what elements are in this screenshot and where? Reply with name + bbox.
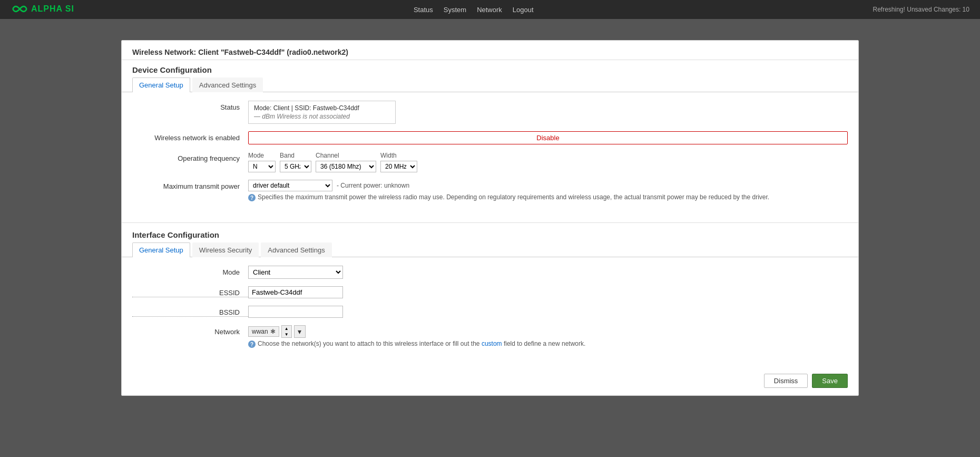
bssid-row: BSSID bbox=[132, 306, 848, 318]
status-mode: Mode: Client | SSID: Fastweb-C34ddf bbox=[254, 104, 390, 112]
bssid-input[interactable] bbox=[248, 306, 343, 318]
network-tag-star: ✱ bbox=[270, 328, 276, 335]
status-label: Status bbox=[132, 101, 248, 111]
network-up-button[interactable]: ▲ bbox=[282, 326, 291, 332]
status-control: Mode: Client | SSID: Fastweb-C34ddf — dB… bbox=[248, 101, 848, 124]
transmit-row: driver default - Current power: unknown bbox=[248, 180, 848, 191]
essid-input[interactable] bbox=[248, 286, 343, 298]
freq-selects: N 5 GHz 36 (5180 Mhz) 20 MHz bbox=[248, 161, 848, 172]
bottom-buttons: Dismiss Save bbox=[764, 374, 848, 388]
save-button[interactable]: Save bbox=[812, 374, 848, 388]
current-power: - Current power: unknown bbox=[337, 182, 409, 189]
transmit-power-control: driver default - Current power: unknown … bbox=[248, 180, 848, 201]
operating-freq-label: Operating frequency bbox=[132, 152, 248, 162]
network-label: Network bbox=[132, 325, 248, 336]
nav-logout[interactable]: Logout bbox=[513, 6, 534, 14]
transmit-power-select[interactable]: driver default bbox=[248, 180, 332, 191]
tab-interface-wireless-security[interactable]: Wireless Security bbox=[192, 242, 259, 257]
network-row: Network wwan ✱ ▲ ▼ ▾ ? Choose t bbox=[132, 325, 848, 348]
wireless-enabled-control: Disable bbox=[248, 131, 848, 144]
disable-button[interactable]: Disable bbox=[248, 131, 848, 144]
mode-select[interactable]: N bbox=[248, 161, 276, 172]
transmit-help-text: Specifies the maximum transmit power the… bbox=[258, 193, 769, 201]
section-divider bbox=[122, 222, 858, 223]
navbar-status: Refreshing! Unsaved Changes: 10 bbox=[873, 6, 969, 13]
nav-system[interactable]: System bbox=[444, 6, 466, 14]
freq-channel-label: Channel bbox=[316, 152, 376, 159]
freq-band-label: Band bbox=[280, 152, 311, 159]
essid-row: ESSID bbox=[132, 286, 848, 298]
nav-network[interactable]: Network bbox=[477, 6, 502, 14]
logo-text: ALPHA SI bbox=[31, 4, 74, 14]
interface-tabs: General Setup Wireless Security Advanced… bbox=[122, 242, 858, 257]
freq-sublabels: Mode Band Channel Width bbox=[248, 152, 848, 159]
width-select[interactable]: 20 MHz bbox=[380, 161, 417, 172]
main-panel: Wireless Network: Client "Fastweb-C34ddf… bbox=[121, 40, 859, 396]
navbar-links: Status System Network Logout bbox=[414, 6, 534, 14]
bssid-control bbox=[248, 306, 848, 318]
bssid-label: BSSID bbox=[132, 306, 248, 317]
network-input-row: wwan ✱ ▲ ▼ ▾ bbox=[248, 325, 848, 338]
transmit-help: ? Specifies the maximum transmit power t… bbox=[248, 193, 848, 201]
network-tag: wwan ✱ bbox=[248, 326, 279, 337]
status-box: Mode: Client | SSID: Fastweb-C34ddf — dB… bbox=[248, 101, 396, 124]
operating-freq-row: Operating frequency Mode Band Channel Wi… bbox=[132, 152, 848, 172]
network-control: wwan ✱ ▲ ▼ ▾ ? Choose the network(s) you… bbox=[248, 325, 848, 348]
device-config-heading: Device Configuration bbox=[122, 60, 858, 77]
nav-status[interactable]: Status bbox=[414, 6, 433, 14]
device-config-form: Status Mode: Client | SSID: Fastweb-C34d… bbox=[122, 92, 858, 217]
mode-label: Mode bbox=[132, 266, 248, 276]
network-tag-name: wwan bbox=[252, 328, 268, 335]
essid-label: ESSID bbox=[132, 286, 248, 297]
freq-width-label: Width bbox=[380, 152, 417, 159]
mode-control: Client bbox=[248, 266, 848, 279]
essid-control bbox=[248, 286, 848, 298]
mode-row: Mode Client bbox=[132, 266, 848, 279]
status-row: Status Mode: Client | SSID: Fastweb-C34d… bbox=[132, 101, 848, 124]
band-select[interactable]: 5 GHz bbox=[280, 161, 311, 172]
wireless-enabled-label: Wireless network is enabled bbox=[132, 131, 248, 142]
operating-freq-control: Mode Band Channel Width N 5 GHz 36 (5180… bbox=[248, 152, 848, 172]
wireless-enabled-row: Wireless network is enabled Disable bbox=[132, 131, 848, 144]
custom-link[interactable]: custom bbox=[482, 340, 502, 347]
interface-config-heading: Interface Configuration bbox=[122, 225, 858, 242]
help-icon: ? bbox=[248, 194, 256, 201]
transmit-power-row: Maximum transmit power driver default - … bbox=[132, 180, 848, 201]
interface-config-form: Mode Client ESSID BSSID Network bbox=[122, 257, 858, 364]
tab-device-advanced-settings[interactable]: Advanced Settings bbox=[192, 77, 263, 92]
logo-icon bbox=[11, 3, 29, 15]
dismiss-button[interactable]: Dismiss bbox=[764, 374, 808, 388]
network-help-text: Choose the network(s) you want to attach… bbox=[258, 340, 585, 347]
network-add-button[interactable]: ▾ bbox=[294, 325, 306, 338]
channel-select[interactable]: 36 (5180 Mhz) bbox=[316, 161, 376, 172]
freq-mode-label: Mode bbox=[248, 152, 276, 159]
tab-interface-general-setup[interactable]: General Setup bbox=[132, 242, 190, 257]
network-help-icon: ? bbox=[248, 341, 256, 348]
page-title: Wireless Network: Client "Fastweb-C34ddf… bbox=[122, 41, 858, 60]
navbar: ALPHA SI Status System Network Logout Re… bbox=[0, 0, 980, 19]
network-help: ? Choose the network(s) you want to atta… bbox=[248, 340, 848, 348]
tab-interface-advanced-settings[interactable]: Advanced Settings bbox=[261, 242, 331, 257]
logo: ALPHA SI bbox=[11, 3, 74, 17]
mode-interface-select[interactable]: Client bbox=[248, 266, 343, 279]
tab-device-general-setup[interactable]: General Setup bbox=[132, 77, 190, 92]
network-down-button[interactable]: ▼ bbox=[282, 332, 291, 337]
network-stepper: ▲ ▼ bbox=[281, 325, 292, 338]
device-tabs: General Setup Advanced Settings bbox=[122, 77, 858, 92]
transmit-power-label: Maximum transmit power bbox=[132, 180, 248, 190]
status-signal: — dBm Wireless is not associated bbox=[254, 113, 390, 120]
